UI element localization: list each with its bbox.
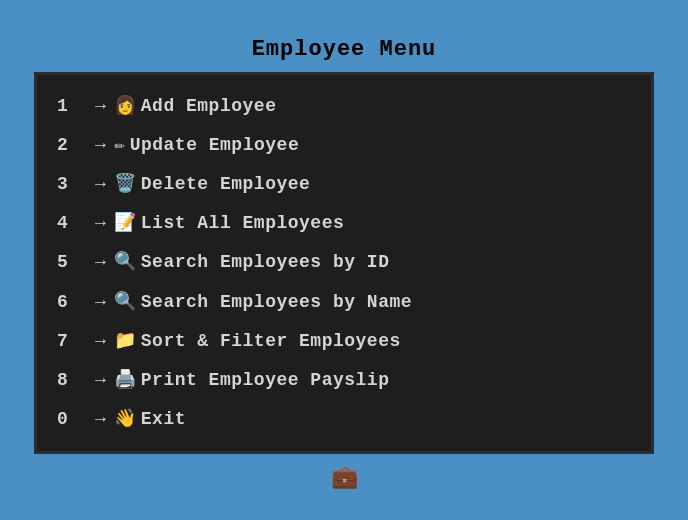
menu-item[interactable]: 0 → 👋Exit xyxy=(37,400,651,439)
menu-item-emoji: 🗑️ xyxy=(114,172,137,197)
menu-item-arrow: → xyxy=(95,94,106,119)
menu-item-label: Exit xyxy=(141,407,186,432)
menu-item-arrow: → xyxy=(95,211,106,236)
menu-item[interactable]: 2 → ✏️Update Employee xyxy=(37,126,651,165)
menu-item-label: Search Employees by Name xyxy=(141,290,412,315)
menu-item-emoji: 📝 xyxy=(114,211,137,236)
menu-item-emoji: 👋 xyxy=(114,407,137,432)
menu-item-label: Delete Employee xyxy=(141,172,311,197)
menu-item-emoji: 🔍 xyxy=(114,250,137,275)
menu-item-emoji: 🖨️ xyxy=(114,368,137,393)
menu-item[interactable]: 8 → 🖨️Print Employee Payslip xyxy=(37,361,651,400)
menu-item-number: 3 xyxy=(57,172,87,197)
menu-item-label: Search Employees by ID xyxy=(141,250,390,275)
menu-item-arrow: → xyxy=(95,172,106,197)
menu-container: 1 → 👩Add Employee2 → ✏️Update Employee3 … xyxy=(34,72,654,455)
menu-item-label: List All Employees xyxy=(141,211,344,236)
menu-item-label: Sort & Filter Employees xyxy=(141,329,401,354)
menu-item-emoji: ✏️ xyxy=(114,133,125,158)
menu-item[interactable]: 5 → 🔍Search Employees by ID xyxy=(37,243,651,282)
menu-item-emoji: 👩 xyxy=(114,94,137,119)
menu-item-emoji: 🔍 xyxy=(114,290,137,315)
menu-item[interactable]: 7 → 📁Sort & Filter Employees xyxy=(37,322,651,361)
menu-item[interactable]: 6 → 🔍Search Employees by Name xyxy=(37,283,651,322)
menu-item-number: 1 xyxy=(57,94,87,119)
menu-item-arrow: → xyxy=(95,368,106,393)
menu-item-arrow: → xyxy=(95,329,106,354)
menu-item-label: Add Employee xyxy=(141,94,277,119)
menu-item-number: 7 xyxy=(57,329,87,354)
menu-item[interactable]: 3 → 🗑️Delete Employee xyxy=(37,165,651,204)
menu-item-number: 6 xyxy=(57,290,87,315)
menu-item-number: 2 xyxy=(57,133,87,158)
menu-item-arrow: → xyxy=(95,290,106,315)
menu-item-number: 4 xyxy=(57,211,87,236)
menu-item-number: 0 xyxy=(57,407,87,432)
menu-item-arrow: → xyxy=(95,407,106,432)
menu-item-emoji: 📁 xyxy=(114,329,137,354)
footer-icon: 💼 xyxy=(331,464,358,491)
menu-item-number: 5 xyxy=(57,250,87,275)
menu-item-arrow: → xyxy=(95,133,106,158)
title-bar: Employee Menu xyxy=(10,29,678,72)
outer-container: Employee Menu 1 → 👩Add Employee2 → ✏️Upd… xyxy=(0,0,688,520)
menu-item-number: 8 xyxy=(57,368,87,393)
menu-item-arrow: → xyxy=(95,250,106,275)
menu-item[interactable]: 4 → 📝List All Employees xyxy=(37,204,651,243)
menu-item-label: Update Employee xyxy=(130,133,300,158)
menu-item-label: Print Employee Payslip xyxy=(141,368,390,393)
menu-item[interactable]: 1 → 👩Add Employee xyxy=(37,87,651,126)
app-title: Employee Menu xyxy=(252,37,437,62)
